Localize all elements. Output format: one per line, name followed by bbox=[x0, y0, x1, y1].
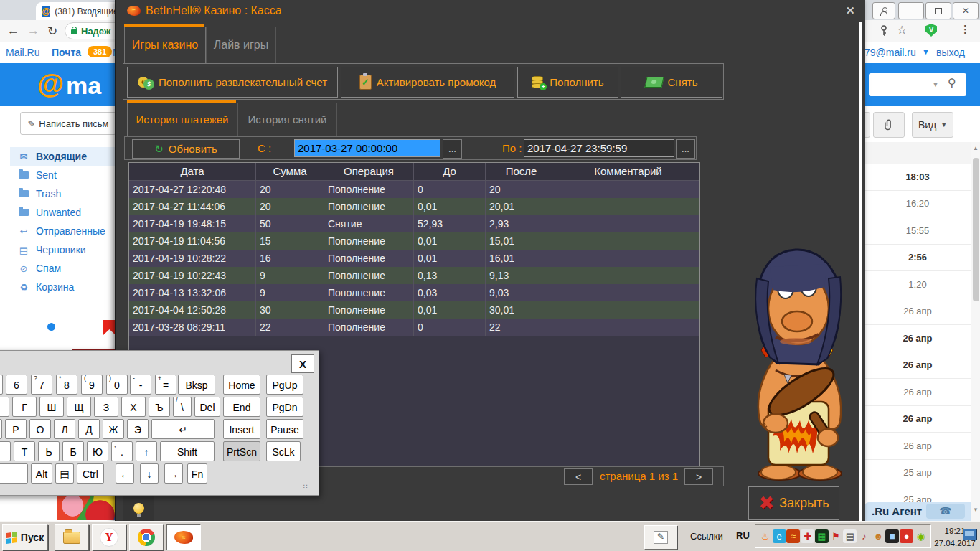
hint-button[interactable] bbox=[123, 494, 154, 522]
view-dropdown-button[interactable]: Вид ▼ bbox=[912, 112, 953, 138]
table-row[interactable]: 2017-04-27 12:20:4820Пополнение020 bbox=[129, 181, 699, 198]
deposit-fun-account-button[interactable]: € $ Пополнить развлекательный счет bbox=[127, 67, 338, 98]
account-link[interactable]: 79@mail.ru bbox=[864, 47, 916, 58]
refresh-button[interactable]: ↻ Обновить bbox=[132, 139, 240, 159]
agent-bar[interactable]: .Ru Агент ☎ bbox=[864, 502, 971, 521]
key-\[interactable]: /\ bbox=[173, 397, 192, 417]
key-Pause[interactable]: Pause bbox=[266, 419, 303, 439]
key-↑[interactable]: ↑ bbox=[136, 441, 157, 461]
column-header-3[interactable]: Операция bbox=[324, 163, 414, 180]
key-=[interactable]: += bbox=[155, 375, 176, 395]
key--[interactable]: -- bbox=[130, 375, 151, 395]
mail-list-item[interactable]: 16:20 bbox=[864, 191, 971, 218]
fruit-ad-image[interactable] bbox=[57, 494, 118, 520]
mail-list-item[interactable]: 26 апр bbox=[864, 379, 971, 406]
show-desktop-icon[interactable] bbox=[963, 529, 977, 540]
betinhell-app-button[interactable]: ≈ bbox=[166, 524, 201, 550]
browser-menu-icon[interactable]: ⋮ bbox=[960, 23, 971, 36]
column-header-6[interactable]: Комментарий bbox=[557, 163, 699, 180]
mail-list-item[interactable]: 26 апр bbox=[864, 325, 971, 352]
key-Ь[interactable]: Ь bbox=[38, 441, 60, 461]
next-page-button[interactable]: > bbox=[684, 468, 713, 485]
flame-icon[interactable]: ♨ bbox=[758, 529, 772, 543]
bookmark-star-icon[interactable]: ☆ bbox=[897, 23, 907, 37]
network-icon[interactable]: ▤ bbox=[843, 529, 857, 543]
key-7[interactable]: ?7 bbox=[31, 375, 52, 395]
key-Х[interactable]: Х bbox=[121, 397, 146, 417]
search-icon[interactable]: ⚲ bbox=[948, 76, 956, 90]
key-←[interactable]: ← bbox=[116, 463, 134, 484]
table-row[interactable]: 2017-03-28 08:29:1122Пополнение022 bbox=[129, 319, 699, 336]
chrome-button[interactable] bbox=[129, 524, 164, 550]
account-dropdown-icon[interactable]: ▼ bbox=[922, 47, 930, 56]
grid-monitor-icon[interactable]: ▦ bbox=[815, 529, 829, 543]
eset-icon[interactable]: e bbox=[773, 529, 786, 543]
key-PgUp[interactable]: PgUp bbox=[266, 375, 303, 395]
mail-list-item[interactable]: 18:03 bbox=[864, 164, 971, 191]
key-ScLk[interactable]: ScLk bbox=[266, 441, 301, 461]
folder-item-отправленные[interactable]: ↩Отправленные bbox=[10, 222, 116, 240]
notes-tray-button[interactable]: ✎ bbox=[644, 525, 677, 550]
casino-close-icon[interactable]: ✕ bbox=[846, 4, 855, 17]
key-Shift[interactable]: Shift bbox=[160, 441, 215, 461]
key-PgDn[interactable]: PgDn bbox=[266, 397, 303, 417]
mail-list-item[interactable]: 26 апр bbox=[864, 406, 971, 433]
key-Home[interactable]: Home bbox=[223, 375, 260, 395]
key-blank[interactable] bbox=[0, 463, 28, 484]
key-Insert[interactable]: Insert bbox=[223, 419, 260, 439]
key-Р[interactable]: Р bbox=[5, 419, 27, 439]
key-↓[interactable]: ↓ bbox=[140, 463, 159, 484]
tab-casino-games[interactable]: Игры казино bbox=[124, 27, 206, 63]
key-И[interactable]: И bbox=[0, 441, 11, 461]
compose-button[interactable]: ✎ Написать письм bbox=[20, 112, 116, 135]
plug-disconnected-icon[interactable]: ✚ bbox=[801, 529, 814, 543]
search-dropdown-icon[interactable]: ▼ bbox=[932, 80, 939, 88]
column-header-2[interactable]: Сумма bbox=[256, 163, 324, 180]
key-Г[interactable]: Г bbox=[12, 397, 37, 417]
key-Л[interactable]: Л bbox=[54, 419, 75, 439]
key-Ж[interactable]: Ж bbox=[103, 419, 124, 439]
prev-page-button[interactable]: < bbox=[564, 468, 593, 485]
folder-item-входящие[interactable]: ✉Входящие bbox=[10, 147, 116, 166]
key-Т[interactable]: Т bbox=[14, 441, 35, 461]
minimize-button[interactable]: — bbox=[898, 2, 924, 19]
mail-list-item[interactable]: 25 апр bbox=[864, 486, 971, 504]
reload-icon[interactable]: ↻ bbox=[47, 24, 57, 39]
folder-item-unwanted[interactable]: Unwanted bbox=[10, 203, 116, 222]
forward-icon[interactable]: → bbox=[27, 24, 39, 38]
key-Ш[interactable]: Ш bbox=[39, 397, 64, 417]
mail-list-item[interactable]: 26 апр bbox=[864, 433, 971, 460]
activate-promocode-button[interactable]: ✓ Активировать промокод bbox=[341, 67, 514, 98]
scroll-up-icon[interactable]: ▲ bbox=[973, 145, 979, 151]
key-Alt[interactable]: Alt bbox=[31, 463, 52, 484]
key-→[interactable]: → bbox=[164, 463, 183, 484]
key-▤[interactable]: ▤ bbox=[55, 463, 74, 484]
column-header-1[interactable]: Дата bbox=[129, 163, 256, 180]
restore-button[interactable] bbox=[925, 2, 951, 19]
key-End[interactable]: End bbox=[223, 397, 260, 417]
language-indicator[interactable]: RU bbox=[736, 530, 750, 541]
key-blank[interactable] bbox=[0, 419, 2, 439]
key-Ю[interactable]: Ю bbox=[87, 441, 108, 461]
table-row[interactable]: 2017-04-19 10:28:2216Пополнение0,0116,01 bbox=[129, 250, 699, 267]
table-row[interactable]: 2017-04-13 13:32:069Пополнение0,039,03 bbox=[129, 284, 699, 301]
profile-icon[interactable] bbox=[872, 2, 895, 19]
flag-error-icon[interactable]: ⚑ bbox=[829, 529, 843, 543]
key-Н[interactable]: Н bbox=[0, 397, 9, 417]
key-↵[interactable]: ↵ bbox=[151, 419, 215, 439]
key-Щ[interactable]: Щ bbox=[67, 397, 91, 417]
nvidia-icon[interactable]: ◉ bbox=[914, 529, 928, 543]
close-cashier-button[interactable]: ✖ Закрыть bbox=[748, 486, 839, 520]
logout-link[interactable]: выход bbox=[936, 47, 965, 58]
folder-item-черновики[interactable]: ▤Черновики bbox=[10, 240, 116, 259]
links-toolbar-label[interactable]: Ссылки bbox=[690, 531, 723, 542]
agent-mascot-icon[interactable]: ☻ bbox=[872, 529, 885, 543]
to-date-input[interactable]: 2017-04-27 23:59:59 bbox=[524, 139, 674, 157]
deposit-button[interactable]: + Пополнить bbox=[517, 67, 618, 98]
key-Б[interactable]: Б bbox=[62, 441, 84, 461]
folder-item-trash[interactable]: Trash bbox=[10, 184, 116, 203]
browser-tab[interactable]: @ (381) Входящие - Поч bbox=[36, 2, 127, 20]
to-date-picker-button[interactable]: ... bbox=[676, 139, 695, 159]
vpn-shield-icon[interactable]: V bbox=[925, 24, 937, 37]
key-6[interactable]: :6 bbox=[6, 375, 27, 395]
